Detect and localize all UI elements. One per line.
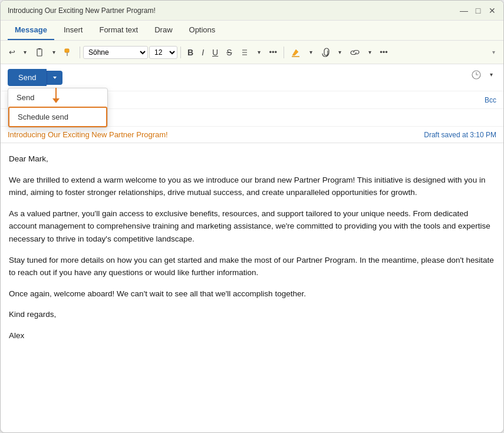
ribbon-tabs: Message Insert Format text Draw Options — [1, 21, 503, 40]
link-button[interactable] — [346, 45, 364, 60]
send-dropdown-button[interactable] — [47, 71, 62, 85]
email-paragraph-1: We are thrilled to extend a warm welcome… — [9, 174, 495, 199]
underline-button[interactable]: U — [209, 45, 222, 60]
undo-button[interactable]: ↩ — [5, 45, 19, 59]
send-button[interactable]: Send — [8, 69, 47, 86]
tab-format-text[interactable]: Format text — [92, 21, 145, 40]
toolbar-separator-2 — [180, 47, 181, 58]
format-painter-button[interactable] — [60, 45, 77, 60]
more-toolbar-button[interactable]: ••• — [376, 45, 391, 59]
more-options-button[interactable]: ••• — [265, 45, 281, 59]
tab-draw[interactable]: Draw — [147, 21, 179, 40]
tab-options[interactable]: Options — [182, 21, 223, 40]
paste-button[interactable] — [31, 45, 48, 60]
font-family-select[interactable]: Söhne — [83, 46, 148, 59]
undo-dropdown-button[interactable]: ▾ — [20, 47, 30, 58]
email-closing: Kind regards, — [9, 308, 495, 321]
attachment-dropdown[interactable]: ▾ — [335, 47, 345, 58]
toolbar-separator-3 — [284, 47, 284, 58]
compose-area: Send Send Schedule send — [1, 64, 503, 432]
email-compose-window: Introducing Our Exciting New Partner Pro… — [0, 0, 504, 433]
line-spacing-button[interactable] — [236, 45, 253, 60]
title-bar: Introducing Our Exciting New Partner Pro… — [1, 1, 503, 21]
close-button[interactable]: ✕ — [488, 6, 496, 15]
arrow-indicator — [50, 88, 62, 106]
draft-saved-text: Draft saved at 3:10 PM — [424, 131, 496, 139]
subject-text: Introducing Our Exciting New Partner Pro… — [8, 130, 168, 139]
email-paragraph-3: Stay tuned for more details on how you c… — [9, 254, 495, 279]
send-right-controls: ▾ — [471, 69, 496, 80]
toolbar-separator-1 — [80, 47, 80, 58]
window-controls: — □ ✕ — [460, 6, 496, 15]
tab-insert[interactable]: Insert — [57, 21, 90, 40]
maximize-button[interactable]: □ — [474, 6, 482, 15]
subject-area: Introducing Our Exciting New Partner Pro… — [1, 127, 503, 143]
svg-rect-0 — [37, 49, 42, 56]
svg-rect-2 — [65, 49, 69, 52]
highlight-button[interactable] — [287, 45, 305, 60]
ribbon: Message Insert Format text Draw Options — [1, 21, 503, 41]
email-sender: Alex — [9, 329, 495, 342]
bold-button[interactable]: B — [184, 45, 197, 60]
paste-dropdown-button[interactable]: ▾ — [49, 47, 59, 58]
svg-rect-1 — [38, 48, 41, 49]
line-spacing-dropdown[interactable]: ▾ — [254, 47, 264, 58]
collapse-ribbon-button[interactable]: ▾ — [489, 47, 499, 58]
send-button-group: Send Send Schedule send — [8, 69, 62, 86]
email-paragraph-4: Once again, welcome aboard! We can't wai… — [9, 287, 495, 300]
attachment-button[interactable] — [317, 45, 334, 60]
link-dropdown[interactable]: ▾ — [365, 47, 375, 58]
window-title: Introducing Our Exciting New Partner Pro… — [8, 6, 156, 15]
strikethrough-button[interactable]: S — [223, 45, 235, 60]
security-dropdown[interactable]: ▾ — [486, 69, 496, 80]
email-greeting: Dear Mark, — [9, 153, 495, 166]
email-paragraph-2: As a valued partner, you'll gain access … — [9, 207, 495, 246]
bcc-button[interactable]: Bcc — [485, 96, 496, 104]
toolbar: ↩ ▾ ▾ Söhne 12 B I U S ▾ ••• ▾ — [1, 41, 503, 64]
tab-message[interactable]: Message — [8, 21, 54, 40]
italic-button[interactable]: I — [198, 45, 207, 60]
highlight-dropdown[interactable]: ▾ — [306, 47, 316, 58]
minimize-button[interactable]: — — [460, 6, 468, 15]
email-body[interactable]: Dear Mark, We are thrilled to extend a w… — [1, 143, 503, 432]
font-size-select[interactable]: 12 — [149, 46, 177, 59]
send-bar: Send Send Schedule send — [1, 64, 503, 91]
schedule-send-option[interactable]: Schedule send — [8, 107, 107, 127]
security-icon — [471, 70, 482, 80]
